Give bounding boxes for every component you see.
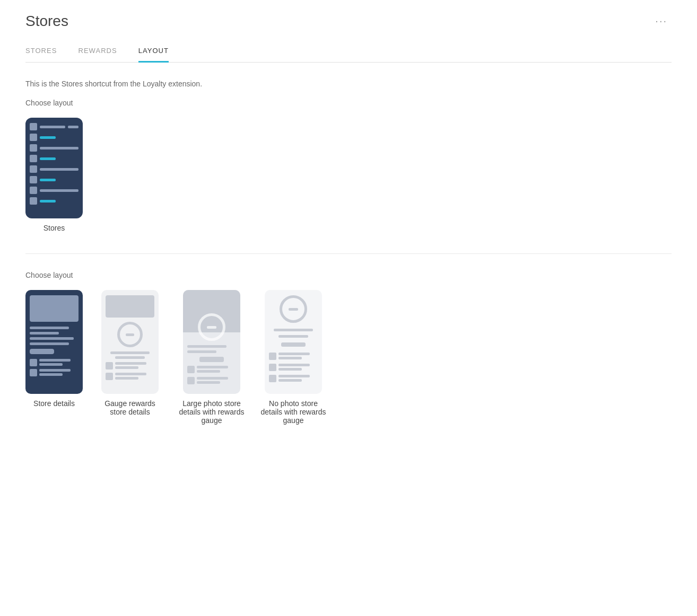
- no-photo-mockup: [265, 290, 322, 394]
- store-details-label: Store details: [33, 399, 75, 408]
- section-divider: [25, 253, 672, 254]
- section2-label: Choose layout: [25, 271, 672, 279]
- layout-card-no-photo[interactable]: No photo store details with rewards gaug…: [259, 290, 328, 425]
- layout-card-stores[interactable]: Stores: [25, 118, 83, 232]
- layout-card-large-photo[interactable]: Large photo store details with rewards g…: [177, 290, 246, 425]
- description-text: This is the Stores shortcut from the Loy…: [25, 80, 672, 88]
- header: Stores ···: [25, 13, 672, 30]
- no-photo-label: No photo store details with rewards gaug…: [259, 399, 328, 425]
- more-button[interactable]: ···: [651, 13, 672, 29]
- tab-stores[interactable]: STORES: [25, 47, 57, 63]
- gauge-rewards-label: Gauge rewards store details: [95, 399, 164, 416]
- gauge-mockup: [101, 290, 159, 394]
- page: Stores ··· STORES REWARDS LAYOUT This is…: [0, 0, 697, 616]
- page-title: Stores: [25, 13, 68, 30]
- layout-card-store-details[interactable]: Store details: [25, 290, 83, 425]
- layout-grid-1: Stores: [25, 118, 672, 232]
- store-details-mockup: [25, 290, 83, 394]
- large-photo-mockup: [183, 290, 240, 394]
- stores-mockup: [25, 118, 83, 218]
- section1-label: Choose layout: [25, 99, 672, 107]
- stores-label: Stores: [43, 224, 65, 232]
- tab-layout[interactable]: LAYOUT: [138, 47, 169, 63]
- layout-grid-2: Store details: [25, 290, 672, 425]
- layout-card-gauge-rewards[interactable]: Gauge rewards store details: [95, 290, 164, 425]
- tabs: STORES REWARDS LAYOUT: [25, 47, 672, 63]
- tab-rewards[interactable]: REWARDS: [78, 47, 117, 63]
- large-photo-label: Large photo store details with rewards g…: [177, 399, 246, 425]
